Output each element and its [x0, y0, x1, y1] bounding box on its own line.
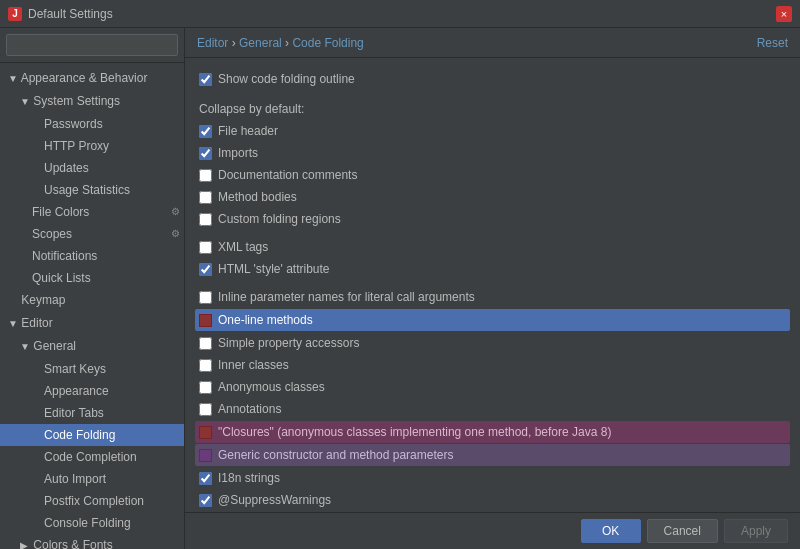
xml-tags-row: XML tags [199, 236, 786, 258]
file-header-checkbox[interactable] [199, 125, 212, 138]
cancel-button[interactable]: Cancel [647, 519, 718, 543]
sidebar-item-http-proxy[interactable]: HTTP Proxy [0, 135, 184, 157]
closures-icon [199, 426, 212, 439]
title-bar: J Default Settings × [0, 0, 800, 28]
custom-folding-row: Custom folding regions [199, 208, 786, 230]
annotations-checkbox[interactable] [199, 403, 212, 416]
breadcrumb: Editor › General › Code Folding [197, 36, 364, 50]
main-layout: ▼ Appearance & Behavior ▼ System Setting… [0, 28, 800, 549]
method-bodies-label: Method bodies [218, 188, 297, 206]
close-button[interactable]: × [776, 6, 792, 22]
breadcrumb-bar: Editor › General › Code Folding Reset [185, 28, 800, 58]
i18n-checkbox[interactable] [199, 472, 212, 485]
sidebar-item-updates[interactable]: Updates [0, 157, 184, 179]
simple-property-label: Simple property accessors [218, 334, 359, 352]
html-style-label: HTML 'style' attribute [218, 260, 330, 278]
imports-row: Imports [199, 142, 786, 164]
xml-tags-label: XML tags [218, 238, 268, 256]
file-header-label: File header [218, 122, 278, 140]
sidebar-item-auto-import[interactable]: Auto Import [0, 468, 184, 490]
sidebar-item-colors-fonts[interactable]: ▶ Colors & Fonts [0, 534, 184, 549]
simple-property-checkbox[interactable] [199, 337, 212, 350]
window-title: Default Settings [28, 7, 113, 21]
anonymous-classes-label: Anonymous classes [218, 378, 325, 396]
sidebar-item-system-settings[interactable]: ▼ System Settings [0, 90, 184, 113]
sidebar-item-passwords[interactable]: Passwords [0, 113, 184, 135]
file-header-row: File header [199, 120, 786, 142]
documentation-row: Documentation comments [199, 164, 786, 186]
xml-tags-checkbox[interactable] [199, 241, 212, 254]
sidebar-item-editor-tabs[interactable]: Editor Tabs [0, 402, 184, 424]
generic-constructor-icon [199, 449, 212, 462]
search-input[interactable] [6, 34, 178, 56]
annotations-row: Annotations [199, 398, 786, 420]
sidebar-tree: ▼ Appearance & Behavior ▼ System Setting… [0, 63, 184, 549]
inner-classes-label: Inner classes [218, 356, 289, 374]
sidebar-item-file-colors[interactable]: File Colors ⚙ [0, 201, 184, 223]
sidebar-item-keymap[interactable]: ▼ Keymap [0, 289, 184, 312]
collapse-by-default-label: Collapse by default: [199, 96, 786, 120]
inline-params-label: Inline parameter names for literal call … [218, 288, 475, 306]
sidebar-item-console-folding[interactable]: Console Folding [0, 512, 184, 534]
method-bodies-checkbox[interactable] [199, 191, 212, 204]
app-icon: J [8, 7, 22, 21]
bottom-bar: OK Cancel Apply [185, 512, 800, 549]
generic-constructor-label: Generic constructor and method parameter… [218, 446, 453, 464]
apply-button[interactable]: Apply [724, 519, 788, 543]
closures-row[interactable]: "Closures" (anonymous classes implementi… [195, 421, 790, 443]
documentation-label: Documentation comments [218, 166, 357, 184]
sidebar-item-usage-statistics[interactable]: Usage Statistics [0, 179, 184, 201]
show-code-folding-checkbox[interactable] [199, 73, 212, 86]
generic-constructor-row[interactable]: Generic constructor and method parameter… [195, 444, 790, 466]
sidebar-item-general[interactable]: ▼ General [0, 335, 184, 358]
sidebar-item-appearance[interactable]: Appearance [0, 380, 184, 402]
documentation-checkbox[interactable] [199, 169, 212, 182]
sidebar: ▼ Appearance & Behavior ▼ System Setting… [0, 28, 185, 549]
suppress-warnings-row: @SuppressWarnings [199, 489, 786, 511]
anonymous-classes-row: Anonymous classes [199, 376, 786, 398]
sidebar-item-code-folding[interactable]: Code Folding [0, 424, 184, 446]
inline-params-row: Inline parameter names for literal call … [199, 286, 786, 308]
imports-checkbox[interactable] [199, 147, 212, 160]
sidebar-item-scopes[interactable]: Scopes ⚙ [0, 223, 184, 245]
i18n-row: I18n strings [199, 467, 786, 489]
method-bodies-row: Method bodies [199, 186, 786, 208]
one-line-methods-row[interactable]: One-line methods [195, 309, 790, 331]
search-box [0, 28, 184, 63]
custom-folding-label: Custom folding regions [218, 210, 341, 228]
sidebar-item-code-completion[interactable]: Code Completion [0, 446, 184, 468]
one-line-methods-label: One-line methods [218, 311, 313, 329]
html-style-row: HTML 'style' attribute [199, 258, 786, 280]
inner-classes-row: Inner classes [199, 354, 786, 376]
html-style-checkbox[interactable] [199, 263, 212, 276]
settings-panel: Show code folding outline Collapse by de… [185, 58, 800, 512]
sidebar-item-quick-lists[interactable]: Quick Lists [0, 267, 184, 289]
sidebar-item-editor[interactable]: ▼ Editor [0, 312, 184, 335]
imports-label: Imports [218, 144, 258, 162]
sidebar-item-notifications[interactable]: Notifications [0, 245, 184, 267]
title-bar-left: J Default Settings [8, 7, 113, 21]
suppress-warnings-label: @SuppressWarnings [218, 491, 331, 509]
ok-button[interactable]: OK [581, 519, 641, 543]
inline-params-checkbox[interactable] [199, 291, 212, 304]
one-line-icon [199, 314, 212, 327]
show-code-folding-label: Show code folding outline [218, 70, 355, 88]
anonymous-classes-checkbox[interactable] [199, 381, 212, 394]
sidebar-item-appearance-behavior[interactable]: ▼ Appearance & Behavior [0, 67, 184, 90]
show-code-folding-row: Show code folding outline [199, 68, 786, 90]
sidebar-item-postfix-completion[interactable]: Postfix Completion [0, 490, 184, 512]
simple-property-row: Simple property accessors [199, 332, 786, 354]
annotations-label: Annotations [218, 400, 281, 418]
sidebar-item-smart-keys[interactable]: Smart Keys [0, 358, 184, 380]
i18n-label: I18n strings [218, 469, 280, 487]
suppress-warnings-checkbox[interactable] [199, 494, 212, 507]
content-area: Editor › General › Code Folding Reset Sh… [185, 28, 800, 549]
reset-link[interactable]: Reset [757, 36, 788, 50]
custom-folding-checkbox[interactable] [199, 213, 212, 226]
closures-label: "Closures" (anonymous classes implementi… [218, 423, 611, 441]
inner-classes-checkbox[interactable] [199, 359, 212, 372]
